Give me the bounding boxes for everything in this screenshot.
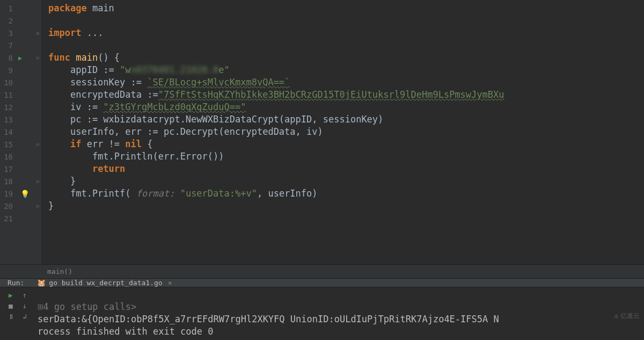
line-number: 21 (0, 214, 15, 223)
line-number: 20 (0, 202, 15, 211)
pause-icon[interactable]: ǁ (6, 312, 15, 321)
gutter-row[interactable]: 16 (0, 150, 40, 163)
fold-minus-icon[interactable]: ⊟ (36, 204, 39, 209)
go-icon: 🐹 (37, 279, 46, 287)
run-label: Run: (0, 279, 32, 287)
run-tab[interactable]: 🐹 go build wx_decrpt_data1.go × (32, 279, 177, 287)
editor-area: 1 2 3⊞ 7 8▶⊟ 9 10 11 12 13 14 15⊟ 16 17 … (0, 0, 644, 264)
wrap-icon[interactable]: ↲ (20, 312, 29, 321)
gutter-row[interactable]: 10 (0, 76, 40, 89)
gutter-row[interactable]: 19💡 (0, 187, 40, 200)
run-body: ▶ ↑ ■ ↓ ǁ ↲ ⊞4 go setup calls> serData:&… (0, 287, 644, 340)
up-arrow-icon[interactable]: ↑ (20, 291, 29, 299)
gutter-row[interactable]: 21 (0, 212, 40, 225)
line-number: 11 (0, 91, 15, 99)
code-line: return (48, 163, 644, 175)
close-icon[interactable]: × (168, 279, 172, 287)
intention-bulb-icon[interactable]: 💡 (20, 190, 30, 198)
line-number: 2 (0, 17, 15, 25)
gutter-row[interactable]: 8▶⊟ (0, 52, 40, 64)
code-line: package main (48, 2, 644, 15)
run-gutter-icon[interactable]: ▶ (18, 54, 22, 62)
gutter: 1 2 3⊞ 7 8▶⊟ 9 10 11 12 13 14 15⊟ 16 17 … (0, 0, 41, 264)
code-line: encryptedData :="7SfFtStsHqKZYhbIkke3BH2… (48, 89, 644, 101)
run-toolbar: ▶ ↑ ■ ↓ ǁ ↲ (0, 287, 38, 340)
line-number: 8 (0, 54, 15, 62)
line-number: 14 (0, 128, 15, 136)
code-line (48, 39, 644, 52)
line-number: 16 (0, 153, 15, 161)
code-line: iv := "z3tGYrgMcbLzd0qXqZuduQ==" (48, 101, 644, 113)
gutter-row[interactable]: 3⊞ (0, 27, 40, 39)
run-output[interactable]: ⊞4 go setup calls> serData:&{OpenID:obP8… (38, 287, 644, 340)
line-number: 1 (0, 4, 15, 13)
fold-minus-icon[interactable]: ⊟ (36, 179, 39, 184)
gutter-row[interactable]: 2 (0, 15, 40, 27)
run-tool-window: Run: 🐹 go build wx_decrpt_data1.go × ▶ ↑… (0, 278, 644, 340)
line-number: 19 (0, 190, 15, 198)
code-line: func main() { (48, 52, 644, 64)
run-tab-title: go build wx_decrpt_data1.go (49, 279, 162, 287)
line-number: 15 (0, 140, 15, 149)
gutter-row[interactable]: 14 (0, 126, 40, 138)
run-header: Run: 🐹 go build wx_decrpt_data1.go × (0, 279, 644, 287)
gutter-row[interactable]: 12 (0, 101, 40, 113)
watermark-text: 亿速云 (620, 312, 640, 321)
code-line: } (48, 175, 644, 187)
code-line: import ... (48, 27, 644, 39)
fold-minus-icon[interactable]: ⊟ (36, 142, 39, 147)
line-number: 7 (0, 41, 15, 50)
code-line (48, 212, 644, 225)
watermark-icon: ⊙ (614, 313, 618, 320)
breadcrumb-bar[interactable]: main() (0, 264, 644, 278)
watermark: ⊙ 亿速云 (614, 312, 640, 321)
code-line: fmt.Println(err.Error()) (48, 150, 644, 163)
gutter-row[interactable]: 18⊟ (0, 175, 40, 187)
gutter-row[interactable]: 7 (0, 39, 40, 52)
fold-plus-icon[interactable]: ⊞ (38, 301, 43, 312)
line-number: 13 (0, 115, 15, 124)
gutter-row[interactable]: 11 (0, 89, 40, 101)
stop-icon[interactable]: ■ (6, 301, 15, 310)
code-line: pc := wxbizdatacrypt.NewWXBizDataCrypt(a… (48, 113, 644, 126)
line-number: 18 (0, 177, 15, 186)
fold-minus-icon[interactable]: ⊟ (36, 55, 39, 61)
gutter-row[interactable]: 9 (0, 64, 40, 76)
gutter-row[interactable]: 15⊟ (0, 138, 40, 150)
code-line: fmt.Printf( format: "userData:%+v", user… (48, 187, 644, 200)
code-line: if err != nil { (48, 138, 644, 150)
gutter-row[interactable]: 13 (0, 113, 40, 126)
code-line: sessionKey := `SE/BLocg+sMlvcKmxm8vQA==` (48, 76, 644, 89)
line-number: 9 (0, 66, 15, 75)
code-line: } (48, 200, 644, 212)
line-number: 3 (0, 29, 15, 38)
gutter-row[interactable]: 17 (0, 163, 40, 175)
code-line: userInfo, err := pc.Decrypt(encryptedDat… (48, 126, 644, 138)
code-line (48, 15, 644, 27)
line-number: 10 (0, 78, 15, 87)
down-arrow-icon[interactable]: ↓ (20, 301, 29, 310)
line-number: 17 (0, 165, 15, 173)
fold-plus-icon[interactable]: ⊞ (36, 31, 39, 36)
code-line: appID := "wx0370401.21020.0e" (48, 64, 644, 76)
breadcrumb-item[interactable]: main() (47, 267, 72, 276)
code-area[interactable]: package main import ... func main() { ap… (41, 0, 644, 264)
line-number: 12 (0, 103, 15, 112)
gutter-row[interactable]: 1 (0, 2, 40, 15)
gutter-row[interactable]: 20⊟ (0, 200, 40, 212)
rerun-icon[interactable]: ▶ (6, 291, 15, 299)
